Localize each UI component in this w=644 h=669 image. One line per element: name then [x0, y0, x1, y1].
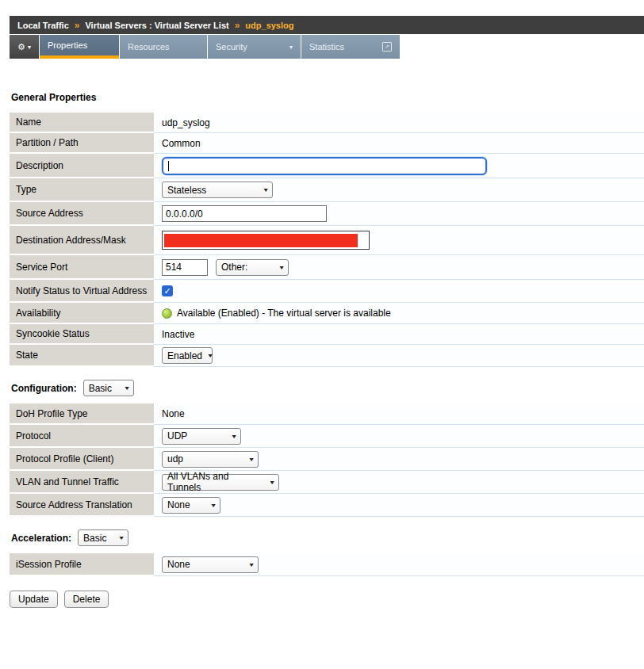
row-label-cell: DoH Profile Type — [10, 403, 154, 425]
tab-statistics-label: Statistics — [309, 42, 344, 52]
row-value-cell: udp_syslog — [154, 113, 644, 133]
row-label-cell: Name — [10, 113, 154, 133]
breadcrumb-item-virtual-server-list[interactable]: Virtual Servers : Virtual Server List — [85, 21, 228, 30]
field-label: Source Address — [16, 208, 83, 219]
popout-icon: ↗ — [382, 42, 392, 52]
gear-menu-button[interactable]: ⚙ ▾ — [10, 35, 39, 59]
redacted-value — [164, 234, 358, 247]
row-label-cell: iSession Profile — [10, 553, 154, 576]
delete-button[interactable]: Delete — [64, 591, 109, 608]
protocol-profile-client-select[interactable]: udp ▾ — [162, 451, 259, 468]
row-value-cell: Stateless ▾ — [154, 178, 644, 202]
field-label: Protocol Profile (Client) — [16, 453, 113, 464]
table-row-partition: Partition / Path Common — [10, 133, 644, 154]
row-value-cell: Common — [154, 133, 644, 154]
tab-resources[interactable]: Resources — [120, 35, 207, 59]
configuration-heading-label: Configuration: — [11, 383, 77, 394]
row-value-cell: Inactive — [154, 324, 644, 345]
chevron-down-icon: ▾ — [119, 534, 123, 541]
acceleration-table: iSession Profile None ▾ — [10, 553, 644, 576]
breadcrumb-item-local-traffic[interactable]: Local Traffic — [17, 21, 69, 30]
acceleration-level-select[interactable]: Basic ▾ — [78, 529, 128, 546]
row-label-cell: Type — [10, 178, 154, 202]
row-value-cell: ✓ — [154, 280, 644, 303]
row-label-cell: Partition / Path — [10, 133, 154, 154]
text-caret — [168, 161, 169, 171]
table-row-protocol: Protocol UDP ▾ — [10, 425, 644, 448]
table-row-name: Name udp_syslog — [10, 113, 644, 133]
tab-properties[interactable]: Properties — [40, 35, 119, 59]
field-label: Source Address Translation — [16, 499, 132, 510]
configuration-level-value: Basic — [89, 383, 112, 394]
protocol-profile-client-value: udp — [167, 453, 183, 464]
isession-profile-select[interactable]: None ▾ — [162, 556, 259, 573]
table-row-service-port: Service Port Other: ▾ — [10, 255, 644, 280]
state-select-value: Enabled — [167, 350, 202, 361]
description-input[interactable] — [162, 157, 487, 175]
vlan-traffic-select[interactable]: All VLANs and Tunnels ▾ — [162, 474, 279, 491]
field-value: Inactive — [162, 329, 194, 340]
field-label: DoH Profile Type — [16, 408, 88, 419]
acceleration-heading: Acceleration: Basic ▾ — [11, 529, 644, 546]
service-port-select[interactable]: Other: ▾ — [216, 259, 289, 276]
field-label: Type — [16, 184, 36, 195]
service-port-input[interactable] — [162, 259, 208, 276]
field-label: Partition / Path — [16, 137, 79, 148]
vlan-traffic-select-value: All VLANs and Tunnels — [167, 471, 264, 493]
table-row-type: Type Stateless ▾ — [10, 178, 644, 202]
configuration-table: DoH Profile Type None Protocol UDP ▾ Pro… — [10, 403, 644, 517]
notify-checkbox[interactable]: ✓ — [162, 285, 173, 296]
type-select[interactable]: Stateless ▾ — [162, 182, 273, 198]
chevron-down-icon: ▾ — [232, 433, 236, 440]
general-properties-heading: General Properties — [11, 92, 644, 103]
row-label-cell: Source Address Translation — [10, 494, 154, 517]
tab-resources-label: Resources — [128, 42, 170, 52]
table-row-syncookie: Syncookie Status Inactive — [10, 324, 644, 345]
field-label: Destination Address/Mask — [16, 235, 126, 246]
table-row-doh-profile: DoH Profile Type None — [10, 403, 644, 425]
table-row-state: State Enabled ▾ — [10, 345, 644, 367]
row-label-cell: Service Port — [10, 255, 154, 280]
row-label-cell: Destination Address/Mask — [10, 226, 154, 255]
table-row-protocol-profile-client: Protocol Profile (Client) udp ▾ — [10, 448, 644, 471]
field-label: Protocol — [16, 430, 51, 442]
state-select[interactable]: Enabled ▾ — [162, 347, 213, 364]
table-row-isession-profile: iSession Profile None ▾ — [10, 553, 644, 576]
row-label-cell: Description — [10, 154, 154, 178]
destination-address-input[interactable] — [162, 231, 370, 250]
field-label: Name — [16, 117, 41, 128]
source-address-input[interactable] — [162, 205, 327, 222]
row-value-cell: Other: ▾ — [154, 255, 644, 280]
protocol-select[interactable]: UDP ▾ — [162, 428, 241, 445]
availability-status-icon — [162, 308, 172, 319]
breadcrumb-item-current: udp_syslog — [245, 21, 293, 30]
field-value: Common — [162, 138, 201, 149]
check-icon: ✓ — [163, 287, 171, 296]
chevron-down-icon: ▾ — [28, 44, 31, 51]
tab-bar: ⚙ ▾ Properties Resources Security ▾ Stat… — [10, 35, 644, 59]
row-value-cell: None — [154, 403, 644, 425]
row-value-cell: udp ▾ — [154, 448, 644, 471]
chevron-down-icon: ▾ — [125, 384, 128, 392]
tab-statistics[interactable]: Statistics ↗ — [301, 35, 400, 59]
table-row-destination: Destination Address/Mask — [10, 226, 644, 255]
update-button[interactable]: Update — [10, 591, 58, 608]
configuration-level-select[interactable]: Basic ▾ — [83, 380, 134, 396]
row-label-cell: Notify Status to Virtual Address — [10, 280, 154, 303]
chevron-down-icon: ▾ — [289, 44, 293, 51]
source-address-translation-value: None — [167, 499, 190, 510]
row-value-cell: None ▾ — [154, 553, 644, 576]
field-value: None — [162, 408, 185, 419]
gear-icon: ⚙ — [17, 42, 25, 52]
table-row-source-address: Source Address — [10, 202, 644, 226]
field-label: Availability — [16, 308, 60, 319]
row-value-cell: None ▾ — [154, 494, 644, 517]
table-row-vlan-traffic: VLAN and Tunnel Traffic All VLANs and Tu… — [10, 471, 644, 494]
field-label: iSession Profile — [16, 559, 82, 570]
row-value-cell — [154, 154, 644, 178]
field-label: VLAN and Tunnel Traffic — [16, 476, 119, 487]
tab-security[interactable]: Security ▾ — [208, 35, 301, 59]
field-label: State — [16, 350, 38, 361]
general-properties-table: Name udp_syslog Partition / Path Common … — [10, 113, 644, 367]
source-address-translation-select[interactable]: None ▾ — [162, 497, 220, 514]
